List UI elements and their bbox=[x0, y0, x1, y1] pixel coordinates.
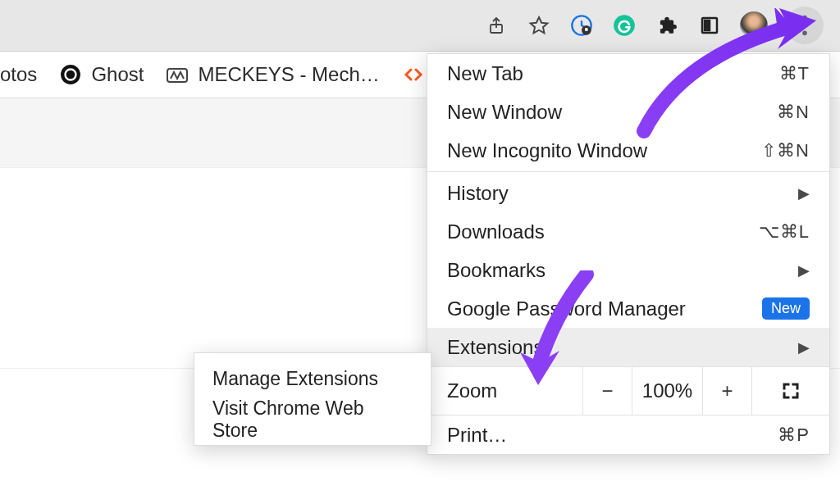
menu-new-incognito[interactable]: New Incognito Window ⇧⌘N bbox=[427, 131, 829, 170]
reading-list-icon[interactable] bbox=[697, 13, 722, 38]
menu-new-window[interactable]: New Window ⌘N bbox=[427, 93, 829, 131]
new-badge: New bbox=[762, 297, 810, 320]
submenu-manage-extensions[interactable]: Manage Extensions bbox=[194, 358, 431, 399]
svg-marker-1 bbox=[531, 17, 548, 33]
share-icon[interactable] bbox=[484, 13, 509, 38]
menu-item-label: Bookmarks bbox=[447, 259, 546, 282]
menu-item-label: Google Password Manager bbox=[447, 297, 686, 320]
ghost-icon bbox=[60, 64, 81, 85]
svg-point-8 bbox=[802, 16, 807, 20]
menu-item-shortcut: ⇧⌘N bbox=[761, 140, 810, 161]
menu-separator bbox=[427, 171, 829, 172]
menu-extensions[interactable]: Extensions ▶ bbox=[427, 328, 829, 366]
code-icon bbox=[403, 64, 424, 85]
svg-rect-4 bbox=[585, 28, 588, 31]
bookmark-item-ghost[interactable]: Ghost bbox=[60, 63, 144, 86]
bookmark-item-meckeys[interactable]: MECKEYS - Mech… bbox=[167, 63, 379, 86]
menu-item-shortcut: ⌘P bbox=[778, 425, 810, 446]
svg-point-11 bbox=[61, 65, 80, 84]
menu-item-label: Visit Chrome Web Store bbox=[212, 397, 413, 442]
more-menu-button[interactable] bbox=[786, 7, 824, 44]
zoom-value: 100% bbox=[632, 367, 703, 415]
menu-new-tab[interactable]: New Tab ⌘T bbox=[427, 54, 829, 93]
zoom-label: Zoom bbox=[427, 367, 583, 415]
menu-print[interactable]: Print… ⌘P bbox=[427, 415, 829, 454]
profile-avatar[interactable] bbox=[740, 11, 768, 39]
browser-toolbar bbox=[0, 0, 840, 52]
menu-item-label: Print… bbox=[447, 424, 507, 447]
menu-item-shortcut: ⌘N bbox=[777, 102, 810, 123]
svg-point-10 bbox=[802, 31, 807, 36]
menu-password-manager[interactable]: Google Password Manager New bbox=[427, 289, 829, 328]
chrome-main-menu: New Tab ⌘T New Window ⌘N New Incognito W… bbox=[427, 53, 830, 455]
menu-item-label: Extensions bbox=[447, 336, 543, 359]
zoom-in-button[interactable]: + bbox=[703, 367, 752, 415]
extension-grammarly-icon[interactable] bbox=[612, 13, 637, 38]
extensions-puzzle-icon[interactable] bbox=[655, 13, 679, 38]
bookmark-label: MECKEYS - Mech… bbox=[198, 63, 379, 86]
zoom-out-button[interactable]: − bbox=[583, 367, 632, 415]
menu-item-label: Downloads bbox=[447, 220, 545, 243]
svg-rect-7 bbox=[705, 20, 710, 30]
menu-item-label: New Window bbox=[447, 101, 562, 124]
submenu-arrow-icon: ▶ bbox=[798, 338, 810, 356]
submenu-chrome-web-store[interactable]: Visit Chrome Web Store bbox=[194, 399, 431, 440]
menu-downloads[interactable]: Downloads ⌥⌘L bbox=[427, 212, 829, 251]
submenu-arrow-icon: ▶ bbox=[798, 261, 810, 279]
meckeys-icon bbox=[167, 64, 188, 85]
menu-item-label: New Incognito Window bbox=[447, 139, 647, 162]
menu-item-shortcut: ⌥⌘L bbox=[759, 221, 810, 243]
bookmark-label: Ghost bbox=[91, 63, 144, 86]
menu-item-label: History bbox=[447, 182, 509, 205]
menu-item-shortcut: ⌘T bbox=[779, 63, 810, 84]
bookmark-label: otos bbox=[0, 63, 37, 86]
submenu-arrow-icon: ▶ bbox=[798, 184, 810, 202]
fullscreen-button[interactable] bbox=[752, 367, 829, 415]
bookmark-item-photos[interactable]: otos bbox=[0, 63, 37, 86]
menu-item-label: Manage Extensions bbox=[212, 368, 378, 390]
menu-item-label: New Tab bbox=[447, 62, 523, 85]
svg-point-9 bbox=[802, 23, 807, 28]
extension-clock-icon[interactable] bbox=[569, 13, 594, 38]
extensions-submenu: Manage Extensions Visit Chrome Web Store bbox=[194, 352, 431, 446]
menu-history[interactable]: History ▶ bbox=[427, 174, 829, 212]
star-icon[interactable] bbox=[527, 13, 551, 38]
menu-bookmarks[interactable]: Bookmarks ▶ bbox=[427, 251, 829, 289]
menu-zoom-row: Zoom − 100% + bbox=[427, 366, 829, 415]
